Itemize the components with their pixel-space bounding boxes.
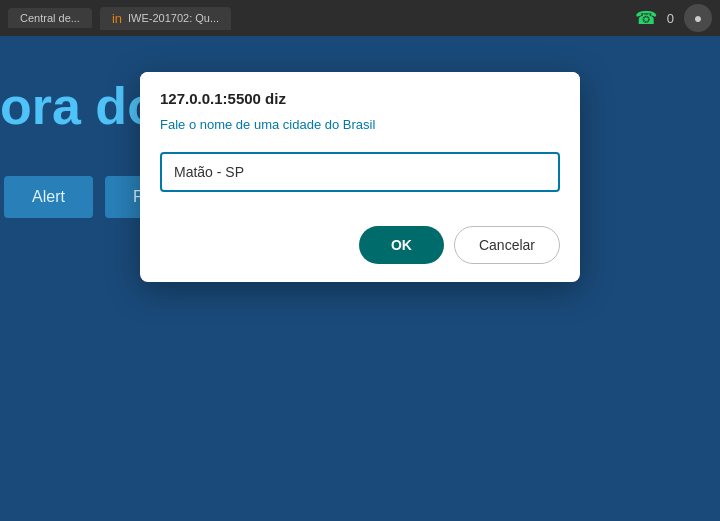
dialog-header: 127.0.0.1:5500 diz Fale o nome de uma ci… [140, 72, 580, 152]
tab-iwe-label: IWE-201702: Qu... [128, 12, 219, 24]
tab-central-label: Central de... [20, 12, 80, 24]
linkedin-icon: in [112, 11, 122, 26]
browser-tab-central[interactable]: Central de... [8, 8, 92, 28]
dialog-label: Fale o nome de uma cidade do Brasil [160, 117, 560, 132]
city-input[interactable] [160, 152, 560, 192]
cancel-button[interactable]: Cancelar [454, 226, 560, 264]
dialog-footer: OK Cancelar [140, 226, 580, 282]
dialog-overlay: 127.0.0.1:5500 diz Fale o nome de uma ci… [0, 36, 720, 521]
profile-button[interactable]: ● [684, 4, 712, 32]
dialog: 127.0.0.1:5500 diz Fale o nome de uma ci… [140, 72, 580, 282]
browser-bar: Central de... in IWE-201702: Qu... ☎ 0 ● [0, 0, 720, 36]
whatsapp-icon: ☎ [635, 7, 657, 29]
dialog-body [140, 152, 580, 226]
ok-button[interactable]: OK [359, 226, 444, 264]
whatsapp-count: 0 [667, 11, 674, 26]
page-background: ora do Desafio Alert Prompt Soma 127.0.0… [0, 36, 720, 521]
browser-tab-iwe[interactable]: in IWE-201702: Qu... [100, 7, 231, 30]
dialog-title: 127.0.0.1:5500 diz [160, 90, 560, 107]
browser-bar-right: ☎ 0 ● [635, 4, 712, 32]
